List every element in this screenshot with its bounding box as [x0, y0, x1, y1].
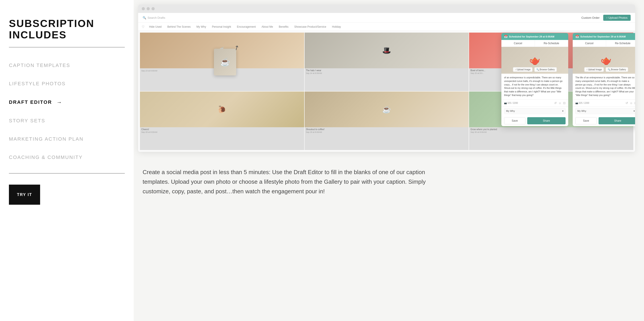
char-count: 📷 325 / 2200 [504, 102, 518, 104]
tab-hide-used[interactable]: Hide Used [146, 24, 164, 30]
nav-list: CAPTION TEMPLATESLIFESTYLE PHOTOSDRAFT E… [9, 56, 120, 167]
category-label: My Why [506, 110, 515, 112]
editor-card-1: 📅 Scheduled for September 29 at 6:00AM C… [573, 33, 635, 126]
top-divider [9, 47, 125, 47]
share-button[interactable]: Share [598, 117, 635, 124]
grid-cell-image: 🐌 [140, 92, 304, 127]
left-panel: SUBSCRIPTION INCLUDES CAPTION TEMPLATESL… [0, 0, 134, 321]
window-chrome [138, 5, 635, 13]
grid-cell-label: Cheers! [140, 127, 304, 131]
window-close-dot [142, 7, 145, 10]
description-text: Create a social media post in less than … [142, 168, 446, 196]
refresh-icon[interactable]: ↺ [626, 101, 628, 105]
app-toolbar: 🔍 Search Drafts Custom Order ↑ Upload Ph… [138, 13, 635, 23]
tab-encouragement[interactable]: Encouragement [234, 24, 258, 30]
section-title: SUBSCRIPTION INCLUDES [9, 18, 120, 40]
window-max-dot [152, 7, 155, 10]
browse-gallery-button[interactable]: 🔍 Browse Gallery [606, 67, 628, 72]
search-placeholder: Search Drafts [148, 16, 165, 20]
search-bar[interactable]: 🔍 Search Drafts [142, 16, 165, 20]
emoji-icon[interactable]: ☺ [558, 101, 561, 105]
editor-card-actions: Cancel Re-Schedule [573, 40, 635, 47]
app-body: ☕Sep 23 at 8:00AM🎩The hats I wearSep 24 … [138, 31, 635, 152]
nav-item-story-sets[interactable]: STORY SETS [9, 112, 120, 130]
copy-icon[interactable]: ⊡ [634, 101, 635, 105]
description-area: Create a social media post in less than … [138, 161, 450, 201]
editor-save-row: Save Share [502, 115, 568, 126]
search-icon: 🔍 [142, 16, 146, 20]
grid-cell[interactable]: ☕Shoutout to coffee!Sep 29 at 8:00AM [304, 92, 469, 150]
editor-image-action-buttons: ↑ Upload Image 🔍 Browse Gallery [584, 67, 628, 72]
tab-showcase-product/service[interactable]: Showcase Product/Service [292, 24, 329, 30]
reschedule-button[interactable]: Re-Schedule [535, 40, 568, 47]
category-label: My Why [577, 110, 586, 112]
cancel-button[interactable]: Cancel [573, 40, 606, 47]
scheduled-label: Scheduled for September 29 at 6:00AM [580, 35, 626, 38]
editor-action-icons: ↺ ☺ ⊡ [554, 101, 566, 105]
editor-overlays: 📅 Scheduled for September 29 at 6:00AM C… [502, 33, 635, 126]
heart-icon: ♡ [142, 25, 144, 29]
grid-cell-date: Sep 28 at 8:00AM [140, 131, 304, 135]
grid-cell-image: 🎩 [304, 33, 469, 68]
app-mockup: 🔍 Search Drafts Custom Order ↑ Upload Ph… [138, 5, 635, 152]
editor-card-actions: Cancel Re-Schedule [502, 40, 568, 47]
browse-gallery-button[interactable]: 🔍 Browse Gallery [534, 67, 557, 72]
grid-cell-label: Grow where you're planted [469, 127, 633, 131]
editor-image-area: 🫖 ↑ Upload Image 🔍 Browse Gallery [502, 47, 568, 74]
grid-cell[interactable]: 🎩The hats I wearSep 24 at 8:00AM [304, 33, 469, 91]
toolbar-right: Custom Order ↑ Upload Photos [582, 15, 631, 21]
editor-save-row: Save Share [573, 115, 635, 126]
editor-action-icons: ↺ ☺ ⊡ [626, 101, 635, 105]
copy-icon[interactable]: ⊡ [563, 101, 566, 105]
editor-image-action-buttons: ↑ Upload Image 🔍 Browse Gallery [513, 67, 557, 72]
chevron-down-icon: ▾ [562, 110, 564, 112]
calendar-icon: 📅 [575, 35, 579, 38]
share-button[interactable]: Share [527, 117, 566, 124]
chevron-down-icon: ▾ [634, 110, 635, 112]
upload-image-button[interactable]: ↑ Upload Image [584, 67, 604, 72]
tab-behind-the-scenes[interactable]: Behind The Scenes [165, 24, 194, 30]
refresh-icon[interactable]: ↺ [554, 101, 557, 105]
editor-card-header: 📅 Scheduled for September 29 at 6:00AM [502, 33, 568, 40]
editor-footer: 📷 325 / 2200 ↺ ☺ ⊡ [573, 100, 635, 107]
category-select[interactable]: My Why ▾ [575, 108, 635, 114]
window-min-dot [147, 7, 150, 10]
nav-item-lifestyle-photos[interactable]: LIFESTYLE PHOTOS [9, 75, 120, 93]
nav-item-draft-editor[interactable]: DRAFT EDITOR [9, 93, 120, 112]
reschedule-button[interactable]: Re-Schedule [606, 40, 635, 47]
grid-cell-date: Sep 29 at 8:00AM [304, 131, 469, 135]
tab-personal-insight[interactable]: Personal Insight [209, 24, 234, 30]
grid-cell-image: ☕ [304, 92, 469, 127]
editor-image-area: 🫖 ↑ Upload Image 🔍 Browse Gallery [573, 47, 635, 74]
save-button[interactable]: Save [504, 117, 526, 124]
editor-text-area[interactable]: of an entrepreneur is unpredictable. The… [502, 74, 568, 100]
upload-image-button[interactable]: ↑ Upload Image [513, 67, 532, 72]
right-panel: 🔍 Search Drafts Custom Order ↑ Upload Ph… [134, 0, 644, 321]
cancel-button[interactable]: Cancel [502, 40, 535, 47]
editor-footer: 📷 325 / 2200 ↺ ☺ ⊡ [502, 100, 568, 107]
nav-item-coaching-community[interactable]: COACHING & COMMUNITY [9, 148, 120, 167]
app-content: 🔍 Search Drafts Custom Order ↑ Upload Ph… [138, 13, 635, 152]
category-select[interactable]: My Why ▾ [504, 108, 566, 114]
try-it-button[interactable]: TRY IT [9, 185, 40, 205]
scheduled-label: Scheduled for September 29 at 6:00AM [509, 35, 554, 38]
save-button[interactable]: Save [575, 117, 597, 124]
app-tabs: ♡ Hide UsedBehind The ScenesMy WhyPerson… [138, 23, 635, 31]
tab-holiday[interactable]: Holiday [329, 24, 344, 30]
tab-benefits[interactable]: Benefits [276, 24, 291, 30]
char-count: 📷 325 / 2200 [575, 102, 589, 104]
tab-about-me[interactable]: About Me [259, 24, 276, 30]
editor-card-header: 📅 Scheduled for September 29 at 6:00AM [573, 33, 635, 40]
upload-photos-button[interactable]: ↑ Upload Photos [603, 15, 631, 21]
grid-cell-label: The hats I wear [304, 68, 469, 72]
grid-cell[interactable]: 🐌Cheers!Sep 28 at 8:00AM [140, 92, 304, 150]
tab-my-why[interactable]: My Why [194, 24, 209, 30]
nav-item-caption-templates[interactable]: CAPTION TEMPLATES [9, 56, 120, 75]
grid-cell-label: Shoutout to coffee! [304, 127, 469, 131]
custom-order-button[interactable]: Custom Order [582, 16, 600, 20]
floating-press-icon: ☕ [214, 49, 236, 75]
calendar-icon: 📅 [504, 35, 508, 38]
editor-text-area[interactable]: The life of an entrepreneur is unpredict… [573, 74, 635, 100]
nav-item-marketing-action-plan[interactable]: MARKETING ACTION PLAN [9, 130, 120, 148]
emoji-icon[interactable]: ☺ [630, 101, 633, 105]
